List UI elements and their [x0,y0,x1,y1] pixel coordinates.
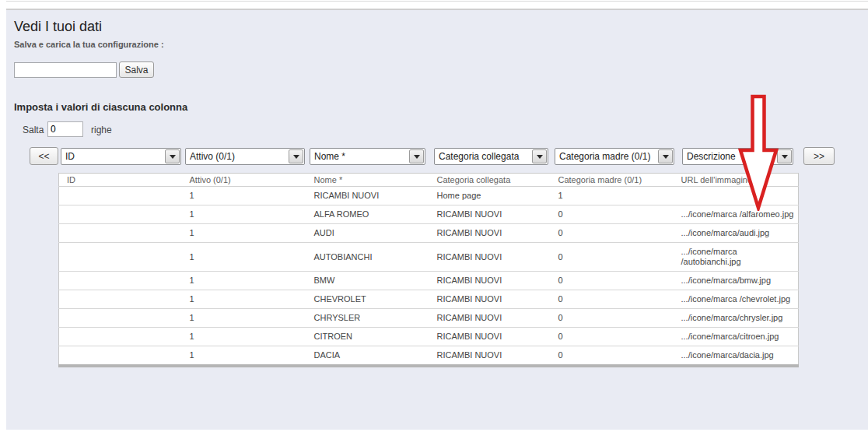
table-head: IDAttivo (0/1)Nome *Categoria collegataC… [59,174,799,187]
chevron-down-icon[interactable] [289,149,303,163]
table-cell: 1 [182,272,306,290]
column-select-value: Descrizione [683,151,777,162]
column-select-0[interactable]: ID [61,148,181,165]
table-header-cell: Nome * [306,174,429,187]
table-cell: .../icone/marca /alfaromeo.jpg [674,205,799,224]
table-cell: 1 [551,187,674,205]
config-subtitle: Salva e carica la tua configurazione : [14,40,164,49]
table-header-cell: Categoria madre (0/1) [551,174,674,187]
table-header-row: IDAttivo (0/1)Nome *Categoria collegataC… [59,174,799,187]
table-cell: 0 [551,328,674,346]
skip-rows-label-before: Salta [23,125,44,135]
table-cell: RICAMBI NUOVI [306,187,429,205]
table-cell [59,224,182,243]
table-cell [674,187,799,205]
table-cell [59,290,182,309]
table-cell [59,187,182,205]
chevron-down-icon[interactable] [165,149,180,163]
table-cell: .../icone/marca /autobianchi.jpg [674,243,799,272]
table-header-cell: ID [59,174,182,187]
table-cell [59,346,182,367]
table-cell [59,272,182,290]
table-cell: 0 [551,205,674,224]
table-cell: RICAMBI NUOVI [429,290,551,309]
table-cell [59,328,182,346]
table-cell: 0 [551,309,674,328]
table-header-cell: URL dell'immagine [674,174,799,187]
dropdown-arrow-glyph [782,155,788,159]
table-cell: Home page [429,187,551,205]
chevron-down-icon[interactable] [409,149,424,163]
chevron-down-icon[interactable] [658,149,673,163]
table-cell: 1 [182,328,306,346]
scroll-columns-left-button[interactable]: << [30,147,58,165]
table-cell [59,205,182,224]
dropdown-arrow-glyph [293,155,299,159]
table-cell: 1 [182,346,306,367]
column-select-value: ID [61,151,165,162]
table-cell: 0 [551,346,674,367]
page: Vedi I tuoi dati Salva e carica la tua c… [0,0,868,432]
chevron-down-icon[interactable] [532,149,547,163]
column-select-value: Categoria madre (0/1) [555,151,658,162]
table-cell: CHRYSLER [306,309,429,328]
section-title: Imposta i valori di ciascuna colonna [14,101,187,113]
table-body: 1RICAMBI NUOVIHome page11ALFA ROMEORICAM… [59,187,799,367]
table-cell [59,309,182,328]
configuration-name-input[interactable] [14,62,117,78]
table-row: 1CHRYSLERRICAMBI NUOVI0.../icone/marca/c… [59,309,799,328]
column-select-value: Nome * [310,151,409,162]
column-select-5[interactable]: Descrizione [682,148,793,165]
table-cell: ALFA ROMEO [306,205,429,224]
table-cell: BMW [306,272,429,290]
table-cell: CHEVROLET [306,290,429,309]
table-cell: .../icone/marca /chevrolet.jpg [674,290,799,309]
table-cell: 0 [551,243,674,272]
column-select-1[interactable]: Attivo (0/1) [185,148,305,165]
table-cell: .../icone/marca/audi.jpg [674,224,799,243]
table-row: 1CITROENRICAMBI NUOVI0.../icone/marca/ci… [59,328,799,346]
table-cell: .../icone/marca/dacia.jpg [674,346,799,367]
table-header-cell: Categoria collegata [429,174,551,187]
table-row: 1ALFA ROMEORICAMBI NUOVI0.../icone/marca… [59,205,799,224]
dropdown-arrow-glyph [663,155,669,159]
table-cell: RICAMBI NUOVI [429,243,551,272]
table-cell: .../icone/marca/citroen.jpg [674,328,799,346]
column-select-3[interactable]: Categoria collegata [434,148,548,165]
chevron-down-icon[interactable] [777,149,792,163]
table-row: 1AUDIRICAMBI NUOVI0.../icone/marca/audi.… [59,224,799,243]
table-cell: 1 [182,309,306,328]
table-cell: .../icone/marca/bmw.jpg [674,272,799,290]
column-select-value: Attivo (0/1) [186,151,289,162]
table-cell: RICAMBI NUOVI [429,205,551,224]
table-cell: 0 [551,224,674,243]
table-cell [59,243,182,272]
table-row: 1BMWRICAMBI NUOVI0.../icone/marca/bmw.jp… [59,272,799,290]
table-cell: RICAMBI NUOVI [429,272,551,290]
table-cell: 0 [551,272,674,290]
table-cell: AUDI [306,224,429,243]
table-cell: 1 [182,224,306,243]
top-divider [6,1,868,2]
scroll-columns-right-button[interactable]: >> [803,147,835,165]
table-cell: RICAMBI NUOVI [429,328,551,346]
table-cell: 1 [182,205,306,224]
table-row: 1CHEVROLETRICAMBI NUOVI0.../icone/marca … [59,290,799,309]
table-cell: 1 [182,243,306,272]
table-header-cell: Attivo (0/1) [182,174,306,187]
column-select-4[interactable]: Categoria madre (0/1) [555,148,674,165]
table-cell: RICAMBI NUOVI [429,224,551,243]
skip-rows-input[interactable] [47,121,83,137]
data-table: IDAttivo (0/1)Nome *Categoria collegataC… [58,173,799,367]
dropdown-arrow-glyph [537,155,543,159]
column-select-2[interactable]: Nome * [310,148,425,165]
table-cell: 0 [551,290,674,309]
skip-rows-label-after: righe [91,125,112,135]
table-cell: DACIA [306,346,429,367]
save-button[interactable]: Salva [119,61,154,78]
table-cell: 1 [182,290,306,309]
table-cell: CITROEN [306,328,429,346]
table-row: 1DACIARICAMBI NUOVI0.../icone/marca/daci… [59,346,799,367]
table-row: 1AUTOBIANCHIRICAMBI NUOVI0.../icone/marc… [59,243,799,272]
table-cell: AUTOBIANCHI [306,243,429,272]
